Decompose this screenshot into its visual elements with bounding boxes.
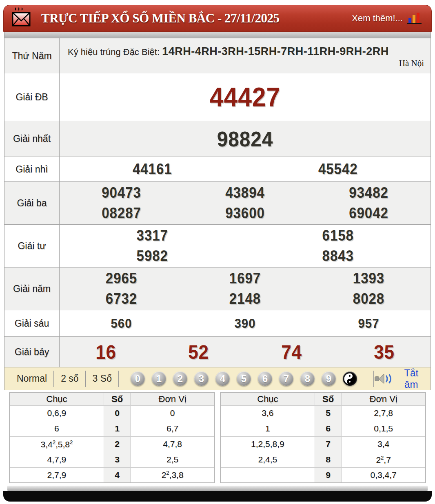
so-cell: 9 (315, 467, 341, 483)
prize-number: 74 (249, 341, 334, 363)
prize-label: Giải ba (4, 182, 60, 224)
prize-number: 2148 (188, 290, 302, 307)
donvi-cell: 6,7 (131, 421, 215, 436)
prize-label: Giải sáu (4, 310, 60, 336)
toolbar: Normal2 số3 Số 0123456789 Tắt âm (4, 367, 431, 390)
chuc-cell: 0,6,9 (9, 405, 104, 421)
prize-values: 3317615859828843 (60, 225, 431, 267)
prize-row-g6: Giải sáu560390957 (4, 310, 431, 336)
number-ball-9[interactable]: 9 (322, 371, 336, 386)
prize-number: 93482 (312, 184, 426, 201)
digit-row: 2,7,9422,3,8 (9, 467, 215, 483)
prize-row-g2: Giải nhì4416145542 (4, 157, 431, 181)
column-header-so: Số (315, 393, 341, 405)
number-ball-4[interactable]: 4 (215, 371, 230, 386)
so-cell: 7 (315, 436, 341, 452)
number-ball-6[interactable]: 6 (258, 371, 272, 386)
digit-row: 0,6,900 (9, 405, 215, 421)
digit-row: 160,1,5 (220, 421, 426, 436)
digit-row: 3,652,7,8 (220, 405, 426, 421)
number-ball-5[interactable]: 5 (237, 371, 251, 386)
mode-button-3-số[interactable]: 3 Số (86, 373, 118, 384)
mute-label: Tắt âm (398, 367, 425, 390)
chuc-cell: 2,7,9 (9, 467, 104, 483)
number-ball-7[interactable]: 7 (279, 371, 293, 386)
prize-values: 4416145542 (60, 157, 431, 181)
hot-envelope-icon (12, 7, 31, 30)
prize-values: 16527435 (60, 337, 431, 367)
so-cell: 3 (104, 452, 130, 467)
prize-number: 44161 (67, 161, 237, 178)
number-ball-3[interactable]: 3 (194, 371, 209, 386)
prize-number: 35 (342, 341, 427, 363)
mode-divider (118, 371, 119, 387)
prize-label: Giải nhì (4, 157, 60, 181)
donvi-cell: 4,7,8 (131, 436, 215, 452)
donvi-cell: 22,7 (342, 452, 426, 467)
yin-yang-icon[interactable] (343, 371, 357, 386)
prize-row-g4: Giải tư3317615859828843 (4, 224, 431, 267)
prize-number: 08287 (64, 205, 178, 222)
prize-row-db: Giải ĐB44427 (4, 73, 431, 121)
chuc-cell (220, 467, 315, 483)
prize-label: Giải nhất (4, 121, 60, 157)
prize-number: 45542 (253, 161, 423, 178)
donvi-cell: 0,1,5 (342, 421, 426, 436)
so-cell: 6 (315, 421, 341, 436)
prize-number: 8843 (253, 248, 423, 265)
digit-row: 3,42,5,8224,7,8 (9, 436, 215, 452)
prize-label: Giải năm (4, 267, 60, 310)
donvi-cell: 22,3,8 (131, 467, 215, 483)
digit-row: 616,7 (9, 421, 215, 436)
prize-number: 560 (64, 316, 178, 331)
digit-row: 1,2,5,8,973,4 (220, 436, 426, 452)
province-label: Hà Nội (399, 57, 424, 70)
prize-values: 98824 (60, 121, 431, 157)
special-sign-value: 14RH-4RH-3RH-15RH-7RH-11RH-9RH-2RH (162, 45, 389, 57)
prize-number: 957 (312, 316, 426, 331)
donvi-cell: 0,3,4,7 (342, 467, 426, 483)
chuc-cell: 1 (220, 421, 315, 436)
donvi-cell: 2,7,8 (342, 405, 426, 421)
chuc-cell: 4,7,9 (9, 452, 104, 467)
prize-number: 6732 (64, 290, 178, 307)
special-sign-label: Ký hiệu trúng Đặc Biệt: (68, 47, 162, 57)
prize-number: 16 (63, 341, 149, 363)
prize-number: 43894 (188, 184, 302, 201)
prize-number: 90473 (64, 184, 178, 201)
prize-number: 8028 (312, 290, 426, 307)
prize-values: 560390957 (60, 310, 431, 336)
chuc-cell: 3,6 (220, 405, 315, 421)
prize-label: Giải bảy (4, 337, 60, 367)
weekday-label: Thứ Năm (4, 38, 60, 73)
prize-number: 5982 (67, 248, 237, 265)
prize-row-g3: Giải ba904734389493482082879360069042 (4, 181, 431, 224)
digit-table-right: ChụcSốĐơn Vị3,652,7,8160,1,51,2,5,8,973,… (220, 392, 426, 483)
lottery-widget: TRỰC TIẾP XỔ SỐ MIỀN BẮC - 27/11/2025 Xe… (3, 5, 432, 502)
chuc-cell: 6 (9, 421, 104, 436)
header-divider-strip (4, 32, 431, 38)
bottom-frame (3, 491, 432, 502)
special-sign-cell: Ký hiệu trúng Đặc Biệt: 14RH-4RH-3RH-15R… (60, 38, 431, 73)
digit-summary: ChụcSốĐơn Vị0,6,900616,73,42,5,8224,7,84… (9, 392, 426, 483)
number-ball-1[interactable]: 1 (152, 371, 166, 386)
number-ball-8[interactable]: 8 (300, 371, 315, 386)
number-ball-0[interactable]: 0 (131, 371, 145, 386)
number-ball-2[interactable]: 2 (173, 371, 187, 386)
donvi-cell: 0 (131, 405, 215, 421)
mute-button[interactable]: Tắt âm (374, 367, 425, 390)
prize-number: 1697 (188, 270, 302, 287)
column-header-chuc: Chục (9, 393, 104, 405)
mode-button-normal[interactable]: Normal (10, 373, 53, 384)
draw-info-row: Thứ Năm Ký hiệu trúng Đặc Biệt: 14RH-4RH… (4, 38, 431, 73)
digit-row: 90,3,4,7 (220, 467, 426, 483)
digit-row: 2,4,5822,7 (220, 452, 426, 467)
see-more-link[interactable]: Xem thêm!... (352, 13, 403, 24)
mode-button-2-số[interactable]: 2 số (54, 373, 85, 384)
prize-values: 904734389493482082879360069042 (60, 182, 431, 224)
prize-number: 93600 (188, 205, 302, 222)
prize-row-g1: Giải nhất98824 (4, 121, 431, 157)
speaker-icon (374, 372, 395, 386)
prize-row-g5: Giải năm296516971393673221488028 (4, 267, 431, 310)
so-cell: 5 (315, 405, 341, 421)
